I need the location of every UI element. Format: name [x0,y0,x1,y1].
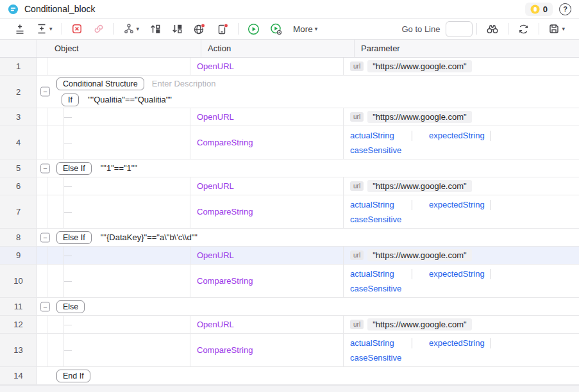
url-value[interactable]: "https://www.google.com" [367,318,472,331]
row-number[interactable]: 12 [0,316,37,333]
script-row-11[interactable]: 11−Else [0,298,579,316]
object-cell[interactable] [64,316,190,333]
review-count-badge[interactable]: 0 [525,3,553,16]
run-with-settings-button[interactable] [267,21,285,37]
insert-step-button[interactable]: ▾ [33,21,55,37]
script-row-5[interactable]: 5−Else If""1"=="1"" [0,159,579,177]
parameter-cell[interactable]: actualStringexpectedStringcaseSensitive [344,126,579,159]
parameter-cell[interactable]: url"https://www.google.com" [344,247,579,264]
object-cell[interactable] [64,177,190,195]
more-button[interactable]: More ▾ [290,22,320,36]
parameter-cell[interactable]: actualStringexpectedStringcaseSensitive [344,195,579,228]
script-row-3[interactable]: 3OpenURLurl"https://www.google.com" [0,108,579,126]
collapse-button[interactable]: − [40,302,50,311]
row-number[interactable]: 10 [0,265,37,297]
action-cell[interactable]: CompareString [190,334,344,366]
action-cell[interactable]: OpenURL [190,316,344,333]
parameter-name[interactable]: expectedString [429,200,491,209]
action-cell[interactable]: CompareString [190,126,344,159]
url-type-chip[interactable]: url [350,61,364,71]
parameter-cell[interactable]: url"https://www.google.com" [344,108,579,126]
object-cell[interactable] [64,195,190,228]
action-cell[interactable]: OpenURL [190,247,344,264]
action-cell[interactable]: CompareString [190,195,344,228]
script-row-10[interactable]: 10CompareStringactualStringexpectedStrin… [0,265,579,298]
parameter-name[interactable]: expectedString [429,269,491,279]
row-number[interactable]: 4 [0,126,37,159]
keyword-chip[interactable]: Else If [56,162,92,175]
help-button[interactable]: ? [559,3,571,15]
parameter-name[interactable]: actualString [350,338,412,348]
delete-step-button[interactable] [69,21,85,37]
parameter-cell[interactable]: url"https://www.google.com" [344,58,579,75]
device-view-button[interactable] [214,21,231,37]
url-value[interactable]: "https://www.google.com" [367,249,472,261]
object-cell[interactable] [64,247,190,264]
action-cell[interactable]: OpenURL [190,177,344,195]
url-type-chip[interactable]: url [350,112,364,122]
object-cell[interactable] [47,58,190,75]
move-step-down-button[interactable] [169,21,185,37]
row-number[interactable]: 6 [0,177,37,195]
description-placeholder[interactable]: Enter Description [152,79,216,88]
structure-chip[interactable]: Conditional Structure [56,78,144,90]
collapse-button[interactable]: − [40,233,50,242]
condition-expression[interactable]: ""1"=="1"" [101,163,137,173]
parameter-cell[interactable]: url"https://www.google.com" [344,316,579,333]
row-number[interactable]: 14 [0,367,37,384]
row-number[interactable]: 2 [0,76,37,108]
object-cell[interactable] [64,126,190,159]
parameter-name[interactable]: actualString [350,131,412,140]
parameter-name[interactable]: expectedString [429,338,491,348]
url-value[interactable]: "https://www.google.com" [367,60,472,72]
parameter-cell[interactable]: actualStringexpectedStringcaseSensitive [344,334,579,366]
url-value[interactable]: "https://www.google.com" [367,111,472,123]
add-step-below-button[interactable] [12,21,28,37]
parameter-cell[interactable]: actualStringexpectedStringcaseSensitive [344,265,579,297]
move-step-up-button[interactable] [147,21,164,37]
keyword-chip[interactable]: If [62,94,79,106]
parameter-name[interactable]: caseSensitive [350,215,412,224]
find-button[interactable] [483,21,501,37]
parameter-cell[interactable]: url"https://www.google.com" [344,177,579,195]
script-row-2[interactable]: 2−Conditional StructureEnter Description… [0,76,579,108]
script-row-7[interactable]: 7CompareStringactualStringexpectedString… [0,195,579,229]
action-cell[interactable]: CompareString [190,265,344,297]
condition-expression[interactable]: ""{DataKey}"=="a\"b\'c\\d"" [101,233,197,242]
action-cell[interactable]: OpenURL [190,58,344,75]
row-number[interactable]: 9 [0,247,37,264]
object-repository-button[interactable] [190,21,208,37]
script-row-1[interactable]: 1OpenURLurl"https://www.google.com" [0,58,579,76]
parameter-name[interactable]: caseSensitive [350,284,412,293]
run-button[interactable] [245,21,262,37]
keyword-chip[interactable]: Else [56,300,85,313]
url-type-chip[interactable]: url [350,320,364,329]
link-step-button[interactable] [90,21,107,37]
parameter-name[interactable]: caseSensitive [350,353,412,363]
url-type-chip[interactable]: url [350,181,364,191]
url-type-chip[interactable]: url [350,250,364,260]
keyword-chip[interactable]: Else If [56,231,92,244]
script-row-4[interactable]: 4CompareStringactualStringexpectedString… [0,126,579,159]
row-number[interactable]: 5 [0,159,37,177]
object-cell[interactable] [64,334,190,366]
collapse-button[interactable]: − [40,87,50,97]
row-number[interactable]: 7 [0,195,37,228]
collapse-button[interactable]: − [40,163,50,173]
goto-line-input[interactable] [446,21,473,37]
group-structure-button[interactable]: ▾ [121,21,142,37]
script-row-14[interactable]: 14End If [0,367,579,385]
parameter-name[interactable]: expectedString [429,131,491,140]
refresh-button[interactable] [515,21,532,37]
script-row-12[interactable]: 12OpenURLurl"https://www.google.com" [0,316,579,334]
parameter-name[interactable]: actualString [350,269,412,279]
script-row-8[interactable]: 8−Else If""{DataKey}"=="a\"b\'c\\d"" [0,229,579,247]
row-number[interactable]: 8 [0,229,37,246]
parameter-name[interactable]: actualString [350,200,412,209]
condition-expression[interactable]: ""Qualitia"=="Qualitia"" [88,95,172,104]
url-value[interactable]: "https://www.google.com" [367,180,472,192]
row-number[interactable]: 3 [0,108,37,126]
parameter-name[interactable]: caseSensitive [350,145,412,155]
object-cell[interactable] [64,108,190,126]
object-cell[interactable] [64,265,190,297]
